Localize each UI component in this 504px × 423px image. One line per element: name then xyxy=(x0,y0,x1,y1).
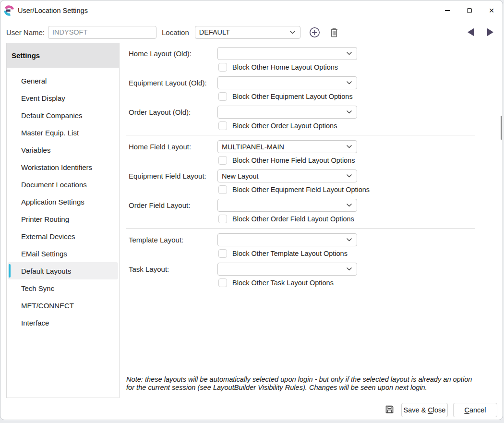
field-layouts-group: Home Field Layout: MULTIPANEL-MAIN Block… xyxy=(126,140,475,224)
settings-sidebar: Settings General Event Display Default C… xyxy=(6,43,120,398)
group-separator xyxy=(126,135,475,135)
sidebar-item-document-locations[interactable]: Document Locations xyxy=(8,176,118,193)
checkbox-label: Block Other Equipment Layout Options xyxy=(232,93,353,100)
template-layout-dropdown[interactable] xyxy=(217,233,357,246)
sidebar-item-interface[interactable]: Interface xyxy=(8,314,118,331)
maximize-icon xyxy=(467,8,472,13)
location-dropdown[interactable]: DEFAULT xyxy=(195,26,300,39)
home-field-layout-field: Home Field Layout: MULTIPANEL-MAIN Block… xyxy=(126,140,475,165)
block-other-home-field-layout-checkbox[interactable] xyxy=(218,156,227,165)
home-layout-old-dropdown[interactable] xyxy=(217,47,357,60)
sidebar-header: Settings xyxy=(7,43,119,68)
user-name-input[interactable] xyxy=(48,26,156,39)
close-button[interactable]: ✕ xyxy=(480,0,503,21)
block-other-template-layout-checkbox[interactable] xyxy=(218,249,227,258)
save-and-close-button[interactable]: Save & Close xyxy=(401,403,448,417)
delete-location-button[interactable] xyxy=(329,27,339,38)
next-record-button[interactable] xyxy=(487,28,493,36)
sidebar-item-label: EMail Settings xyxy=(21,250,67,258)
checkbox-label: Block Other Home Layout Options xyxy=(232,63,338,71)
trash-icon xyxy=(329,27,339,38)
vertical-scrollbar-thumb[interactable] xyxy=(501,116,502,140)
sidebar-item-application-settings[interactable]: Application Settings xyxy=(8,193,118,210)
dropdown-value: New Layout xyxy=(222,172,259,180)
sidebar-item-label: Default Layouts xyxy=(21,267,71,275)
default-layouts-panel: Home Layout (Old): Block Other Home Layo… xyxy=(126,43,475,292)
save-button[interactable] xyxy=(384,404,395,414)
minimize-icon xyxy=(445,10,450,11)
block-other-home-layout-checkbox[interactable] xyxy=(218,63,227,72)
checkbox-label: Block Other Equipment Field Layout Optio… xyxy=(232,186,370,193)
minimize-button[interactable] xyxy=(436,0,458,21)
chevron-down-icon xyxy=(346,174,352,178)
sidebar-item-external-devices[interactable]: External Devices xyxy=(8,228,118,245)
sidebar-item-printer-routing[interactable]: Printer Routing xyxy=(8,210,118,228)
home-layout-old-label: Home Layout (Old): xyxy=(126,49,217,58)
order-layout-old-dropdown[interactable] xyxy=(217,106,357,119)
sidebar-item-workstation-identifiers[interactable]: Workstation Identifiers xyxy=(8,158,118,176)
sidebar-item-variables[interactable]: Variables xyxy=(8,141,118,158)
layouts-note: Note: these layouts will be automaticall… xyxy=(126,375,476,392)
sidebar-list: General Event Display Default Companies … xyxy=(7,68,119,331)
chevron-down-icon xyxy=(346,238,352,242)
chevron-down-icon xyxy=(346,267,352,271)
block-other-order-field-layout-checkbox[interactable] xyxy=(218,215,227,223)
button-accel: C xyxy=(464,406,469,414)
equipment-layout-old-label: Equipment Layout (Old): xyxy=(126,79,217,87)
block-other-equipment-layout-checkbox[interactable] xyxy=(218,92,227,101)
button-label-part: lose xyxy=(433,406,446,414)
checkbox-label: Block Other Order Field Layout Options xyxy=(232,215,354,223)
sidebar-item-label: External Devices xyxy=(21,232,75,241)
sidebar-item-general[interactable]: General xyxy=(8,72,118,89)
toolbar: User Name: Location DEFAULT xyxy=(0,22,503,43)
sidebar-item-label: Default Companies xyxy=(21,111,83,120)
user-name-label: User Name: xyxy=(6,28,45,36)
home-field-layout-label: Home Field Layout: xyxy=(126,143,217,151)
sidebar-item-label: Tech Sync xyxy=(21,284,54,292)
app-logo-icon xyxy=(4,5,14,16)
chevron-down-icon xyxy=(346,203,352,207)
sidebar-item-default-companies[interactable]: Default Companies xyxy=(8,107,118,124)
sidebar-item-tech-sync[interactable]: Tech Sync xyxy=(8,279,118,297)
order-field-layout-dropdown[interactable] xyxy=(217,199,357,212)
home-field-layout-dropdown[interactable]: MULTIPANEL-MAIN xyxy=(217,140,357,153)
order-layout-old-label: Order Layout (Old): xyxy=(126,108,217,116)
order-field-layout-label: Order Field Layout: xyxy=(126,201,217,209)
add-location-button[interactable] xyxy=(309,26,321,38)
sidebar-item-event-display[interactable]: Event Display xyxy=(8,89,118,107)
sidebar-item-label: Interface xyxy=(21,319,49,327)
sidebar-item-label: MET/CONNECT xyxy=(21,302,74,310)
window-controls: ✕ xyxy=(436,0,503,21)
previous-record-button[interactable] xyxy=(468,28,474,36)
sidebar-item-email-settings[interactable]: EMail Settings xyxy=(8,245,118,262)
maximize-button[interactable] xyxy=(458,0,480,21)
sidebar-item-label: Printer Routing xyxy=(21,215,69,223)
order-layout-old-field: Order Layout (Old): Block Other Order La… xyxy=(126,106,475,131)
sidebar-item-label: Master Equip. List xyxy=(21,129,79,137)
window-title: User/Location Settings xyxy=(18,7,88,14)
home-layout-old-field: Home Layout (Old): Block Other Home Layo… xyxy=(126,47,475,72)
template-task-group: Template Layout: Block Other Template La… xyxy=(126,233,475,288)
floppy-disk-icon xyxy=(384,404,395,414)
block-other-equipment-field-layout-checkbox[interactable] xyxy=(218,185,227,194)
template-layout-field: Template Layout: Block Other Template La… xyxy=(126,233,475,258)
sidebar-item-default-layouts[interactable]: Default Layouts xyxy=(8,262,118,279)
cancel-button[interactable]: Cancel xyxy=(453,403,497,417)
block-other-order-layout-checkbox[interactable] xyxy=(218,121,227,130)
chevron-down-icon xyxy=(346,110,352,114)
sidebar-item-label: Application Settings xyxy=(21,198,84,206)
chevron-down-icon xyxy=(346,145,352,149)
selected-accent-bar xyxy=(9,264,11,278)
sidebar-item-met-connect[interactable]: MET/CONNECT xyxy=(8,297,118,314)
block-other-task-layout-checkbox[interactable] xyxy=(218,278,227,287)
task-layout-dropdown[interactable] xyxy=(217,263,357,276)
equipment-field-layout-field: Equipment Field Layout: New Layout Block… xyxy=(126,169,475,194)
location-dropdown-value: DEFAULT xyxy=(199,28,230,36)
equipment-field-layout-dropdown[interactable]: New Layout xyxy=(217,169,357,182)
equipment-field-layout-label: Equipment Field Layout: xyxy=(126,172,217,180)
chevron-down-icon xyxy=(289,30,296,35)
order-field-layout-field: Order Field Layout: Block Other Order Fi… xyxy=(126,199,475,224)
equipment-layout-old-dropdown[interactable] xyxy=(217,76,357,89)
sidebar-item-master-equip-list[interactable]: Master Equip. List xyxy=(8,124,118,141)
task-layout-field: Task Layout: Block Other Task Layout Opt… xyxy=(126,263,475,288)
